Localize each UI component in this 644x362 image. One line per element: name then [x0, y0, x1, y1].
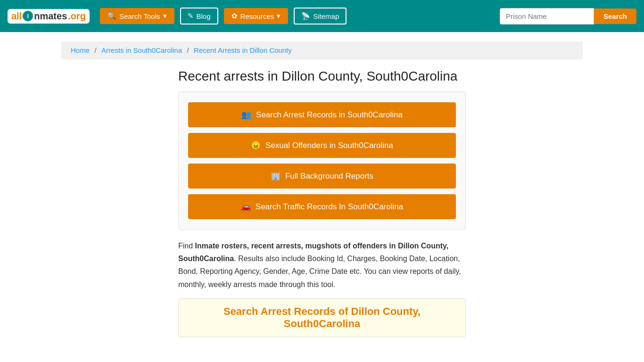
search-tools-button[interactable]: 🔍 Search Tools ▾	[100, 8, 174, 24]
breadcrumb-current: Recent Arrests in Dillon County	[194, 46, 292, 54]
chevron-down-icon: ▾	[163, 12, 167, 20]
arrest-records-label: Search Arrest Records in South0Carolina	[256, 110, 403, 120]
prison-search-group: Search	[500, 8, 636, 25]
page-title: Recent arrests in Dillon County, South0C…	[178, 69, 466, 84]
logo-all: all	[11, 11, 22, 22]
description-prefix: Find	[178, 242, 195, 250]
section-title-box: Search Arrest Records of Dillon County, …	[178, 298, 466, 337]
breadcrumb-sep-2: /	[187, 46, 189, 54]
traffic-records-icon: 🚗	[241, 202, 251, 212]
sitemap-button[interactable]: 📡 Sitemap	[294, 8, 347, 25]
search-tools-label: Search Tools	[119, 12, 160, 20]
logo[interactable]: all I nmates .org	[8, 9, 90, 24]
prison-search-label: Search	[603, 12, 627, 20]
resources-button[interactable]: ✿ Resources ▾	[224, 8, 289, 24]
arrest-records-button[interactable]: 👥 Search Arrest Records in South0Carolin…	[188, 102, 456, 127]
section-title: Search Arrest Records of Dillon County, …	[188, 305, 456, 330]
logo-inmates: nmates	[34, 11, 67, 22]
background-reports-icon: 🏢	[271, 171, 281, 181]
background-reports-button[interactable]: 🏢 Full Background Reports	[188, 164, 456, 189]
resources-label: Resources	[240, 12, 274, 20]
logo-dot: I	[23, 11, 33, 21]
breadcrumb-home-link[interactable]: Home	[71, 46, 90, 54]
background-reports-label: Full Background Reports	[285, 172, 373, 181]
navbar: all I nmates .org 🔍 Search Tools ▾ ✎ Blo…	[0, 0, 644, 32]
chevron-down-resources-icon: ▾	[277, 12, 281, 20]
sitemap-icon: 📡	[301, 12, 310, 20]
breadcrumb-sep-1: /	[94, 46, 96, 54]
blog-label: Blog	[197, 12, 211, 20]
arrest-records-icon: 👥	[241, 110, 251, 120]
traffic-records-button[interactable]: 🚗 Search Traffic Records In South0Caroli…	[188, 194, 456, 219]
action-card: 👥 Search Arrest Records in South0Carolin…	[178, 91, 466, 230]
breadcrumb-arrests-link[interactable]: Arrests in South0Carolina	[101, 46, 182, 54]
resources-icon: ✿	[231, 12, 238, 20]
main-content: Recent arrests in Dillon County, South0C…	[117, 69, 527, 337]
blog-button[interactable]: ✎ Blog	[180, 8, 218, 25]
sitemap-label: Sitemap	[313, 12, 339, 20]
blog-icon: ✎	[188, 12, 194, 20]
sexual-offenders-button[interactable]: 😠 Sexual Offenders in South0Carolina	[188, 133, 456, 158]
sexual-offenders-label: Sexual Offenders in South0Carolina	[265, 141, 393, 150]
traffic-records-label: Search Traffic Records In South0Carolina	[256, 202, 403, 212]
description: Find Inmate rosters, recent arrests, mug…	[178, 239, 466, 291]
search-icon: 🔍	[107, 12, 116, 20]
logo-org: .org	[68, 11, 86, 22]
breadcrumb: Home / Arrests in South0Carolina / Recen…	[61, 41, 583, 59]
sexual-offenders-icon: 😠	[251, 140, 261, 150]
prison-search-button[interactable]: Search	[594, 8, 636, 24]
prison-name-input[interactable]	[500, 8, 594, 25]
